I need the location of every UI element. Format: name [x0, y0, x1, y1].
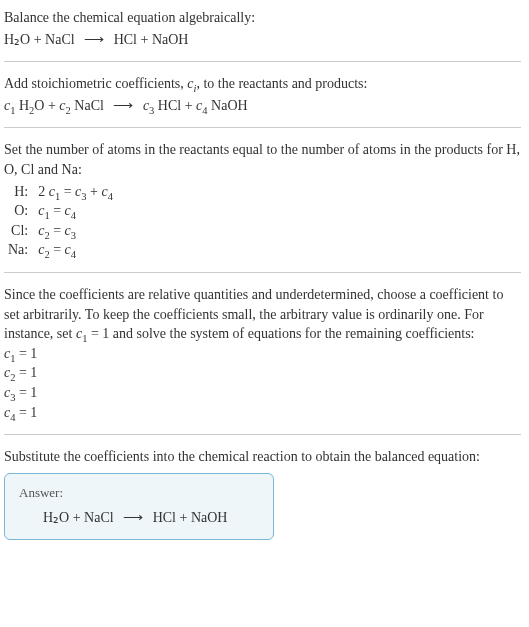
- text-part: =: [50, 242, 65, 257]
- atom-label: Na:: [4, 240, 34, 260]
- list-item: c3 = 1: [4, 383, 521, 403]
- stoich-section: Add stoichiometric coefficients, ci, to …: [4, 74, 521, 115]
- title-text: Balance the chemical equation algebraica…: [4, 8, 521, 28]
- text-part: = 1: [15, 365, 37, 380]
- stoich-text: Add stoichiometric coefficients, ci, to …: [4, 74, 521, 94]
- text-part: Add stoichiometric coefficients,: [4, 76, 187, 91]
- text-part: NaOH: [208, 98, 248, 113]
- atom-equations-table: H: 2 c1 = c3 + c4 O: c1 = c4 Cl: c2 = c3…: [4, 182, 117, 260]
- balance-text: Set the number of atoms in the reactants…: [4, 140, 521, 179]
- solve-section: Since the coefficients are relative quan…: [4, 285, 521, 422]
- coeff-var: c: [139, 98, 149, 113]
- text-part: =: [50, 223, 65, 238]
- coeff-sub: 4: [71, 210, 76, 221]
- divider: [4, 434, 521, 435]
- answer-box: Answer: H₂O + NaCl ⟶ HCl + NaOH: [4, 473, 274, 541]
- text-part: HCl +: [154, 98, 196, 113]
- divider: [4, 127, 521, 128]
- solutions-list: c1 = 1 c2 = 1 c3 = 1 c4 = 1: [4, 344, 521, 422]
- text-part: 2: [38, 184, 49, 199]
- text-part: H: [15, 98, 29, 113]
- text-part: =: [60, 184, 75, 199]
- atom-equation: 2 c1 = c3 + c4: [34, 182, 117, 202]
- solve-text: Since the coefficients are relative quan…: [4, 285, 521, 344]
- equation-lhs: H₂O + NaCl: [43, 510, 114, 525]
- atom-equation: c2 = c3: [34, 221, 117, 241]
- atom-label: Cl:: [4, 221, 34, 241]
- text-part: = 1: [15, 346, 37, 361]
- divider: [4, 272, 521, 273]
- equation-rhs: HCl + NaOH: [153, 510, 228, 525]
- substitute-section: Substitute the coefficients into the che…: [4, 447, 521, 540]
- atom-equation: c2 = c4: [34, 240, 117, 260]
- list-item: c1 = 1: [4, 344, 521, 364]
- atom-label: O:: [4, 201, 34, 221]
- table-row: H: 2 c1 = c3 + c4: [4, 182, 117, 202]
- answer-label: Answer:: [19, 484, 259, 502]
- divider: [4, 61, 521, 62]
- title-section: Balance the chemical equation algebraica…: [4, 8, 521, 49]
- main-equation: H₂O + NaCl ⟶ HCl + NaOH: [4, 30, 521, 50]
- list-item: c2 = 1: [4, 363, 521, 383]
- text-part: O +: [34, 98, 59, 113]
- arrow-icon: ⟶: [123, 508, 143, 528]
- text-part: NaCl: [71, 98, 108, 113]
- equation-rhs: HCl + NaOH: [114, 32, 189, 47]
- text-part: = 1: [15, 405, 37, 420]
- table-row: Na: c2 = c4: [4, 240, 117, 260]
- coeff-equation: c1 H2O + c2 NaCl ⟶ c3 HCl + c4 NaOH: [4, 96, 521, 116]
- arrow-icon: ⟶: [84, 30, 104, 50]
- coeff-sub: 3: [71, 230, 76, 241]
- text-part: +: [87, 184, 102, 199]
- arrow-icon: ⟶: [113, 96, 133, 116]
- text-part: = 1 and solve the system of equations fo…: [87, 326, 474, 341]
- answer-equation: H₂O + NaCl ⟶ HCl + NaOH: [19, 508, 259, 528]
- balance-section: Set the number of atoms in the reactants…: [4, 140, 521, 260]
- equation-lhs: H₂O + NaCl: [4, 32, 75, 47]
- text-part: = 1: [15, 385, 37, 400]
- atom-equation: c1 = c4: [34, 201, 117, 221]
- coeff-sub: 4: [71, 249, 76, 260]
- text-part: , to the reactants and products:: [196, 76, 367, 91]
- table-row: O: c1 = c4: [4, 201, 117, 221]
- atom-label: H:: [4, 182, 34, 202]
- coeff-sub: 4: [108, 190, 113, 201]
- substitute-text: Substitute the coefficients into the che…: [4, 447, 521, 467]
- text-part: =: [50, 203, 65, 218]
- table-row: Cl: c2 = c3: [4, 221, 117, 241]
- list-item: c4 = 1: [4, 403, 521, 423]
